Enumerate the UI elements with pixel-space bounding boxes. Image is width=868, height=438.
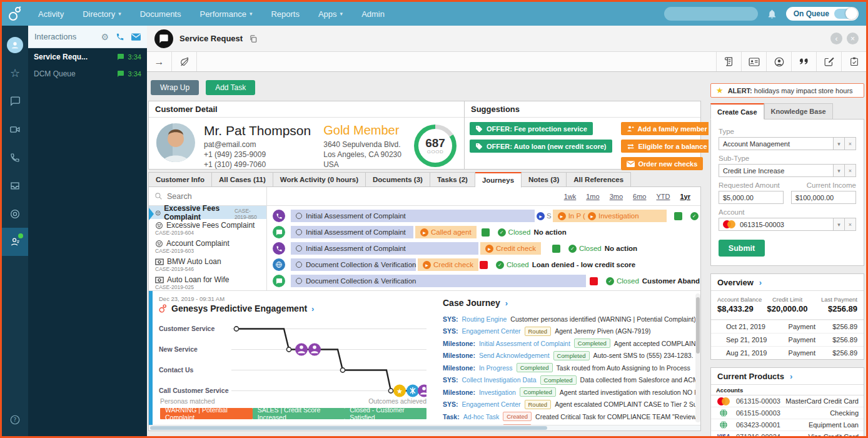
envelope-icon[interactable]	[131, 33, 141, 41]
quotes-icon[interactable]	[791, 52, 816, 71]
rail-inbox[interactable]	[2, 171, 28, 200]
chevron-right-icon[interactable]: ›	[790, 372, 792, 381]
rail-phone[interactable]	[2, 143, 28, 171]
tab-create-case[interactable]: Create Case	[710, 103, 764, 120]
on-queue-toggle[interactable]: On Queue	[786, 7, 859, 21]
interaction-item[interactable]: DCM Queue 3:34	[28, 65, 147, 82]
range-ytd[interactable]: YTD	[656, 193, 670, 200]
chevron-right-icon[interactable]: ›	[505, 298, 508, 308]
close-panel-icon[interactable]: ×	[847, 33, 859, 44]
schedule-check-icon[interactable]	[841, 52, 866, 71]
add-task-button[interactable]: Add Task	[206, 80, 255, 95]
rail-video[interactable]	[2, 115, 28, 143]
tab-documents[interactable]: Documents (3)	[366, 172, 430, 187]
script-icon[interactable]	[716, 52, 741, 71]
contact-card-icon[interactable]	[741, 52, 766, 71]
rail-agent[interactable]	[2, 228, 28, 256]
case-item[interactable]: Account Complaint CASE-2019-603	[149, 237, 266, 255]
journey-row[interactable]: Document Collection & Verification ✓Clos…	[267, 273, 700, 289]
case-search-input[interactable]	[167, 192, 242, 201]
action-pill[interactable]: Order new checks	[621, 157, 704, 170]
global-search[interactable]	[664, 7, 758, 21]
requested-amount-field[interactable]	[719, 191, 784, 204]
subtype-select[interactable]: Credit Line Increase ▾×	[719, 164, 856, 177]
rail-chat[interactable]	[2, 87, 28, 115]
horizontal-scrollbar[interactable]	[149, 425, 700, 430]
case-item[interactable]: Excessive Fees Complaint CASE-2019-850	[149, 206, 266, 219]
chevron-down-icon[interactable]: ▾	[834, 137, 845, 150]
journey-row[interactable]: Initial Assessment of Complaint ▶S ▶In P…	[267, 208, 700, 224]
tab-notes[interactable]: Notes (3)	[522, 172, 567, 187]
interaction-item[interactable]: Service Requ... 3:34	[28, 48, 147, 65]
global-search-input[interactable]	[669, 9, 766, 18]
product-row[interactable]: 061315-00003MasterCard Credit Card	[711, 395, 864, 407]
chevron-right-icon[interactable]: ›	[759, 278, 762, 287]
tab-tasks[interactable]: Tasks (2)	[430, 172, 475, 187]
journey-row[interactable]: Initial Assessment of Complaint ▶Credit …	[267, 240, 700, 257]
range-3mo[interactable]: 3mo	[610, 193, 623, 200]
menu-documents[interactable]: Documents	[140, 9, 181, 19]
product-row[interactable]: 063423-00001Equipment Loan	[711, 419, 864, 431]
phone-icon[interactable]	[116, 33, 124, 41]
case-search[interactable]	[149, 187, 267, 205]
menu-directory[interactable]: Directory▾	[83, 9, 121, 19]
journey-row[interactable]: Initial Assessment of Complaint ▶Called …	[267, 224, 700, 240]
case-item[interactable]: Auto Loan for Wife CASE-2019-025	[149, 273, 266, 292]
status-badge: Completed	[553, 351, 590, 360]
tab-all-cases[interactable]: All Cases (11)	[212, 172, 273, 187]
tab-journeys[interactable]: Journeys	[475, 172, 522, 188]
transfer-arrow-icon[interactable]: →	[147, 52, 172, 71]
chevron-right-icon[interactable]: ›	[311, 304, 314, 313]
chevron-down-icon[interactable]: ▾	[834, 218, 845, 231]
wrap-up-button[interactable]: Wrap Up	[151, 80, 199, 95]
journey-event: Milestone:Send AcknowledgementCompletedA…	[443, 350, 698, 362]
rail-help[interactable]: ?	[2, 405, 28, 434]
menu-activity[interactable]: Activity	[38, 9, 64, 19]
journey-row[interactable]: Document Collection & Verification ▶Cred…	[267, 257, 700, 273]
menu-apps[interactable]: Apps▾	[318, 9, 343, 19]
range-1yr[interactable]: 1yr	[680, 193, 690, 200]
scrollbar-thumb[interactable]	[696, 297, 700, 354]
case-item[interactable]: BMW Auto Loan CASE-2019-546	[149, 255, 266, 273]
rail-community[interactable]	[2, 200, 28, 228]
tab-all-references[interactable]: All References	[567, 172, 631, 187]
menu-admin[interactable]: Admin	[361, 9, 385, 19]
leaf-icon[interactable]	[172, 52, 197, 71]
tab-work-activity[interactable]: Work Activity (0 hours)	[273, 172, 366, 187]
current-income-field[interactable]	[791, 191, 856, 204]
menu-performance[interactable]: Performance▾	[199, 9, 252, 19]
account-select[interactable]: 061315-00003 ▾×	[719, 218, 856, 231]
copy-icon[interactable]	[249, 34, 258, 43]
menu-reports[interactable]: Reports	[271, 9, 300, 19]
bell-icon[interactable]	[767, 9, 777, 19]
queue-switch[interactable]	[834, 9, 857, 19]
journey-event: SYS:Collect Investigation DataCompletedD…	[443, 374, 698, 387]
tab-knowledge-base[interactable]: Knowledge Base	[764, 103, 833, 120]
vertical-scrollbar[interactable]	[695, 293, 700, 422]
case-item[interactable]: Excessive Fees Complaint CASE-2019-604	[149, 219, 266, 237]
offer-pill[interactable]: OFFER: Auto loan (new credit score)	[470, 140, 612, 153]
rail-profile[interactable]	[2, 31, 28, 59]
compose-icon[interactable]	[816, 52, 841, 71]
range-1wk[interactable]: 1wk	[564, 193, 577, 200]
gear-icon[interactable]: ⚙	[101, 32, 109, 42]
scrollbar-thumb[interactable]	[150, 426, 547, 430]
clear-icon[interactable]: ×	[845, 164, 856, 177]
web-channel-icon	[273, 258, 285, 271]
subtype-value: Credit Line Increase	[719, 164, 834, 177]
chevron-down-icon[interactable]: ▾	[834, 164, 845, 177]
collapse-left-icon[interactable]: ‹	[830, 33, 842, 44]
profile-icon[interactable]	[766, 52, 791, 71]
clear-icon[interactable]: ×	[845, 137, 856, 150]
rail-favorites[interactable]: ☆	[2, 59, 28, 87]
range-6mo[interactable]: 6mo	[633, 193, 646, 200]
product-row[interactable]: VISA 071216-00024Visa Credit Card	[711, 431, 864, 438]
offer-pill[interactable]: OFFER: Fee protection service	[470, 122, 593, 135]
type-select[interactable]: Account Management ▾×	[719, 137, 856, 150]
submit-button[interactable]: Submit	[719, 240, 765, 257]
range-1mo[interactable]: 1mo	[586, 193, 599, 200]
product-row[interactable]: 061515-00003Checking	[711, 407, 864, 419]
tab-customer-info[interactable]: Customer Info	[148, 172, 212, 187]
clear-icon[interactable]: ×	[845, 218, 856, 231]
genesys-logo[interactable]	[2, 2, 28, 26]
